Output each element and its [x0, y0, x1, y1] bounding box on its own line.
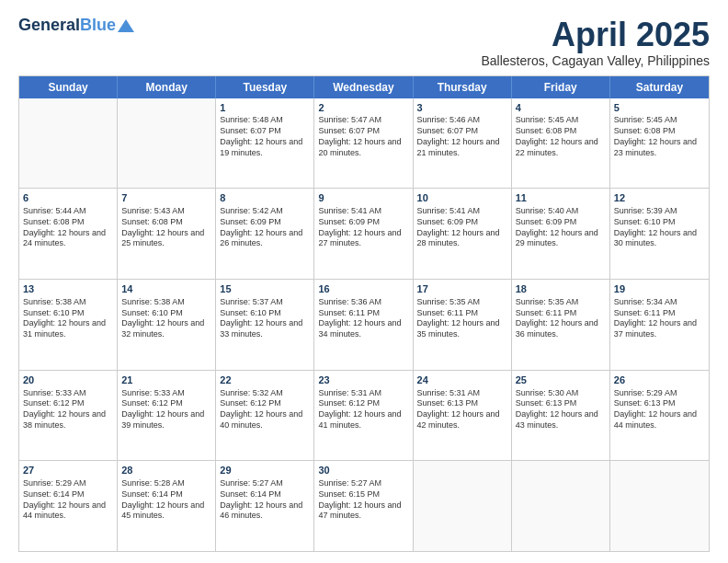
- day-number: 25: [516, 373, 606, 387]
- logo-icon: [118, 17, 134, 34]
- day-number: 15: [220, 282, 310, 296]
- day-number: 12: [614, 191, 705, 205]
- day-number: 30: [318, 464, 408, 477]
- calendar-cell-4-4: [414, 461, 512, 551]
- day-number: 1: [220, 101, 310, 115]
- calendar-cell-1-6: 12Sunrise: 5:39 AMSunset: 6:10 PMDayligh…: [610, 189, 709, 279]
- day-info: Sunrise: 5:37 AMSunset: 6:10 PMDaylight:…: [220, 297, 310, 340]
- header-day-wednesday: Wednesday: [314, 76, 413, 98]
- day-number: 8: [220, 191, 310, 205]
- calendar-cell-3-4: 24Sunrise: 5:31 AMSunset: 6:13 PMDayligh…: [414, 371, 512, 461]
- day-number: 28: [121, 464, 211, 477]
- day-info: Sunrise: 5:39 AMSunset: 6:10 PMDaylight:…: [614, 206, 705, 249]
- day-info: Sunrise: 5:35 AMSunset: 6:11 PMDaylight:…: [417, 297, 507, 340]
- calendar-cell-4-2: 29Sunrise: 5:27 AMSunset: 6:14 PMDayligh…: [216, 461, 314, 551]
- calendar-header: SundayMondayTuesdayWednesdayThursdayFrid…: [19, 76, 709, 98]
- calendar-cell-3-6: 26Sunrise: 5:29 AMSunset: 6:13 PMDayligh…: [610, 371, 709, 461]
- calendar-cell-1-3: 9Sunrise: 5:41 AMSunset: 6:09 PMDaylight…: [314, 189, 413, 279]
- header-day-tuesday: Tuesday: [216, 76, 314, 98]
- day-number: 5: [614, 101, 705, 115]
- day-info: Sunrise: 5:33 AMSunset: 6:12 PMDaylight:…: [121, 388, 211, 431]
- calendar-cell-2-4: 17Sunrise: 5:35 AMSunset: 6:11 PMDayligh…: [414, 280, 512, 370]
- day-info: Sunrise: 5:27 AMSunset: 6:15 PMDaylight:…: [318, 478, 408, 522]
- calendar-cell-1-4: 10Sunrise: 5:41 AMSunset: 6:09 PMDayligh…: [414, 189, 512, 279]
- day-number: 24: [417, 373, 507, 387]
- location: Ballesteros, Cagayan Valley, Philippines: [481, 53, 710, 68]
- day-info: Sunrise: 5:34 AMSunset: 6:11 PMDaylight:…: [614, 297, 705, 340]
- day-info: Sunrise: 5:38 AMSunset: 6:10 PMDaylight:…: [121, 297, 211, 340]
- svg-marker-0: [118, 19, 134, 32]
- day-number: 3: [417, 101, 507, 115]
- day-info: Sunrise: 5:38 AMSunset: 6:10 PMDaylight:…: [23, 297, 113, 340]
- day-info: Sunrise: 5:42 AMSunset: 6:09 PMDaylight:…: [220, 206, 310, 249]
- day-number: 13: [23, 282, 113, 296]
- day-info: Sunrise: 5:31 AMSunset: 6:13 PMDaylight:…: [417, 388, 507, 431]
- calendar-cell-4-1: 28Sunrise: 5:28 AMSunset: 6:14 PMDayligh…: [118, 461, 216, 551]
- day-number: 7: [121, 191, 211, 205]
- month-title: April 2025: [481, 17, 710, 53]
- day-number: 20: [23, 373, 113, 387]
- calendar-cell-0-3: 2Sunrise: 5:47 AMSunset: 6:07 PMDaylight…: [314, 98, 413, 189]
- calendar-cell-2-1: 14Sunrise: 5:38 AMSunset: 6:10 PMDayligh…: [118, 280, 216, 370]
- calendar-cell-4-6: [610, 461, 709, 551]
- calendar-cell-0-5: 4Sunrise: 5:45 AMSunset: 6:08 PMDaylight…: [512, 98, 610, 189]
- day-info: Sunrise: 5:31 AMSunset: 6:12 PMDaylight:…: [318, 388, 408, 431]
- day-info: Sunrise: 5:29 AMSunset: 6:14 PMDaylight:…: [23, 478, 113, 522]
- calendar-cell-1-2: 8Sunrise: 5:42 AMSunset: 6:09 PMDaylight…: [216, 189, 314, 279]
- day-number: 19: [614, 282, 705, 296]
- day-info: Sunrise: 5:45 AMSunset: 6:08 PMDaylight:…: [516, 115, 606, 158]
- calendar-cell-1-5: 11Sunrise: 5:40 AMSunset: 6:09 PMDayligh…: [512, 189, 610, 279]
- calendar-cell-2-5: 18Sunrise: 5:35 AMSunset: 6:11 PMDayligh…: [512, 280, 610, 370]
- header-day-friday: Friday: [512, 76, 610, 98]
- calendar-cell-3-0: 20Sunrise: 5:33 AMSunset: 6:12 PMDayligh…: [19, 371, 118, 461]
- day-info: Sunrise: 5:29 AMSunset: 6:13 PMDaylight:…: [614, 388, 705, 431]
- header: GeneralBlue April 2025 Ballesteros, Caga…: [18, 17, 710, 68]
- calendar: SundayMondayTuesdayWednesdayThursdayFrid…: [18, 75, 710, 552]
- calendar-cell-1-1: 7Sunrise: 5:43 AMSunset: 6:08 PMDaylight…: [118, 189, 216, 279]
- day-number: 11: [516, 191, 606, 205]
- calendar-row-0: 1Sunrise: 5:48 AMSunset: 6:07 PMDaylight…: [19, 98, 709, 189]
- day-number: 27: [23, 464, 113, 477]
- day-number: 10: [417, 191, 507, 205]
- calendar-cell-0-4: 3Sunrise: 5:46 AMSunset: 6:07 PMDaylight…: [414, 98, 512, 189]
- day-info: Sunrise: 5:30 AMSunset: 6:13 PMDaylight:…: [516, 388, 606, 431]
- title-block: April 2025 Ballesteros, Cagayan Valley, …: [481, 17, 710, 68]
- calendar-row-2: 13Sunrise: 5:38 AMSunset: 6:10 PMDayligh…: [19, 279, 709, 370]
- page: GeneralBlue April 2025 Ballesteros, Caga…: [0, 0, 728, 563]
- calendar-cell-4-3: 30Sunrise: 5:27 AMSunset: 6:15 PMDayligh…: [314, 461, 413, 551]
- day-number: 26: [614, 373, 705, 387]
- day-info: Sunrise: 5:32 AMSunset: 6:12 PMDaylight:…: [220, 388, 310, 431]
- day-number: 14: [121, 282, 211, 296]
- calendar-cell-3-5: 25Sunrise: 5:30 AMSunset: 6:13 PMDayligh…: [512, 371, 610, 461]
- day-info: Sunrise: 5:41 AMSunset: 6:09 PMDaylight:…: [318, 206, 408, 249]
- calendar-cell-4-5: [512, 461, 610, 551]
- day-number: 6: [23, 191, 113, 205]
- calendar-cell-3-3: 23Sunrise: 5:31 AMSunset: 6:12 PMDayligh…: [314, 371, 413, 461]
- day-number: 22: [220, 373, 310, 387]
- calendar-cell-2-0: 13Sunrise: 5:38 AMSunset: 6:10 PMDayligh…: [19, 280, 118, 370]
- day-info: Sunrise: 5:46 AMSunset: 6:07 PMDaylight:…: [417, 115, 507, 158]
- day-info: Sunrise: 5:48 AMSunset: 6:07 PMDaylight:…: [220, 115, 310, 158]
- header-day-saturday: Saturday: [610, 76, 709, 98]
- day-info: Sunrise: 5:45 AMSunset: 6:08 PMDaylight:…: [614, 115, 705, 158]
- calendar-cell-3-1: 21Sunrise: 5:33 AMSunset: 6:12 PMDayligh…: [118, 371, 216, 461]
- day-info: Sunrise: 5:40 AMSunset: 6:09 PMDaylight:…: [516, 206, 606, 249]
- day-number: 16: [318, 282, 408, 296]
- day-info: Sunrise: 5:36 AMSunset: 6:11 PMDaylight:…: [318, 297, 408, 340]
- day-number: 29: [220, 464, 310, 477]
- header-day-monday: Monday: [118, 76, 216, 98]
- calendar-cell-0-0: [19, 98, 118, 189]
- day-info: Sunrise: 5:35 AMSunset: 6:11 PMDaylight:…: [516, 297, 606, 340]
- calendar-row-4: 27Sunrise: 5:29 AMSunset: 6:14 PMDayligh…: [19, 460, 709, 551]
- day-number: 2: [318, 101, 408, 115]
- day-number: 21: [121, 373, 211, 387]
- day-number: 9: [318, 191, 408, 205]
- day-info: Sunrise: 5:47 AMSunset: 6:07 PMDaylight:…: [318, 115, 408, 158]
- day-info: Sunrise: 5:44 AMSunset: 6:08 PMDaylight:…: [23, 206, 113, 249]
- header-day-sunday: Sunday: [19, 76, 118, 98]
- calendar-cell-2-3: 16Sunrise: 5:36 AMSunset: 6:11 PMDayligh…: [314, 280, 413, 370]
- logo: GeneralBlue: [18, 17, 134, 35]
- calendar-cell-2-2: 15Sunrise: 5:37 AMSunset: 6:10 PMDayligh…: [216, 280, 314, 370]
- day-info: Sunrise: 5:43 AMSunset: 6:08 PMDaylight:…: [121, 206, 211, 249]
- day-number: 4: [516, 101, 606, 115]
